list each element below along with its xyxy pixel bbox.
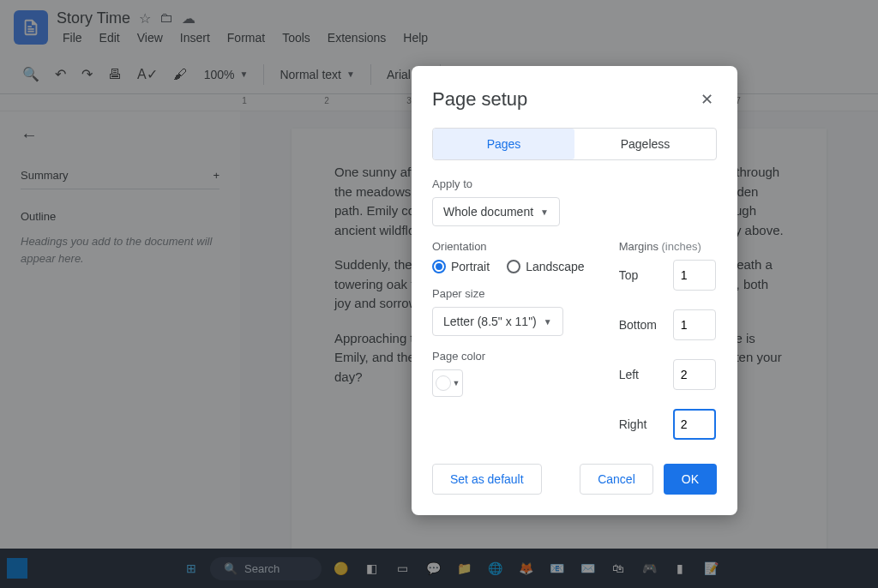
set-default-button[interactable]: Set as default (432, 464, 542, 495)
dialog-tabs: Pages Pageless (432, 128, 717, 160)
radio-icon (432, 260, 446, 273)
caret-down-icon: ▼ (544, 317, 552, 327)
apply-to-value: Whole document (443, 205, 533, 219)
margin-left-label: Left (619, 368, 666, 381)
close-icon[interactable]: ✕ (697, 87, 717, 112)
caret-down-icon: ▼ (453, 379, 460, 387)
tab-pageless[interactable]: Pageless (574, 129, 716, 159)
caret-down-icon: ▼ (540, 207, 549, 217)
page-setup-dialog: Page setup ✕ Pages Pageless Apply to Who… (412, 66, 737, 515)
page-color-label: Page color (432, 350, 585, 363)
portrait-label: Portrait (451, 260, 490, 273)
dialog-title: Page setup (432, 88, 527, 111)
ok-button[interactable]: OK (664, 464, 717, 495)
margins-label: Margins (inches) (619, 240, 717, 253)
margins-unit: (inches) (662, 240, 701, 253)
apply-to-dropdown[interactable]: Whole document ▼ (432, 197, 560, 226)
tab-pages[interactable]: Pages (433, 129, 574, 159)
orientation-label: Orientation (432, 240, 585, 253)
page-color-dropdown[interactable]: ▼ (432, 369, 463, 397)
paper-size-dropdown[interactable]: Letter (8.5" x 11") ▼ (432, 307, 563, 336)
margin-right-input[interactable] (673, 409, 716, 440)
margin-bottom-input[interactable] (673, 309, 716, 340)
radio-icon (507, 260, 520, 273)
margin-right-label: Right (619, 417, 666, 431)
radio-portrait[interactable]: Portrait (432, 260, 490, 273)
paper-size-value: Letter (8.5" x 11") (443, 315, 537, 328)
margin-left-input[interactable] (673, 359, 716, 390)
radio-landscape[interactable]: Landscape (507, 260, 585, 273)
landscape-label: Landscape (526, 260, 585, 273)
paper-size-label: Paper size (432, 287, 585, 300)
margin-top-label: Top (619, 268, 666, 282)
margin-bottom-label: Bottom (619, 318, 666, 332)
apply-to-label: Apply to (432, 177, 717, 190)
margin-top-input[interactable] (673, 260, 716, 291)
color-swatch-icon (436, 375, 451, 391)
cancel-button[interactable]: Cancel (580, 464, 653, 495)
